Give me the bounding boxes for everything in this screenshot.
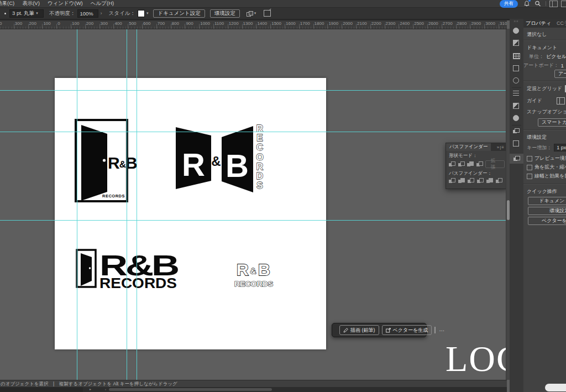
preferences-section-label: 環境設定 [527,134,566,141]
layers-icon[interactable] [510,154,523,164]
exclude-icon[interactable] [476,161,483,168]
quick-generate-vectors-button[interactable]: ベクターを生成 [528,217,566,225]
export-icon[interactable] [513,140,520,147]
generate-vectors-button[interactable]: ベクターを生成 [382,325,432,335]
logo4-letter-r: R [237,260,249,279]
logo4-letter-b: B [258,260,270,279]
transparency-icon[interactable] [513,103,520,109]
horizontal-guide[interactable] [0,90,506,91]
pathfinder-panel: パスファインダー »|≡ 形状モード： 拡張 パスファインダー： [446,143,507,189]
scale-corners-checkbox[interactable] [527,165,532,170]
intersect-icon[interactable] [467,161,474,168]
arrange-documents-icon[interactable] [247,11,253,16]
menu-item-effect[interactable]: 効果(C) [0,0,18,7]
scale-strokes-label: 線幅と効果を拡大・縮小 [534,173,566,180]
horizontal-scrollbar-thumb[interactable] [109,388,272,391]
chevron-down-icon[interactable]: ▾ [254,11,256,15]
quick-document-setup-button[interactable]: ドキュメント設定 [528,197,566,205]
logo-watermark[interactable]: LOGO [446,339,507,380]
menu-item-help[interactable]: ヘルプ(H) [87,0,118,7]
tab-cc-libraries[interactable]: CCライブラ [557,20,566,27]
stroke-icon[interactable] [513,91,520,97]
menu-item-view[interactable]: 表示(V) [18,0,44,7]
snap-options-label: スナップオプション [527,108,566,116]
panel-tabs: プロパティ CCライブラ 変形 [523,19,566,28]
expand-button[interactable]: 拡張 [485,160,505,168]
preview-bounds-label: プレビュー境界を使用 [534,155,566,162]
style-swatch[interactable] [138,10,145,17]
logo-double-doors[interactable]: R B & R E C O R D S [171,122,265,196]
divide-icon[interactable] [448,178,455,184]
scroll-left-icon[interactable]: ▸ [90,387,91,392]
color-icon[interactable] [513,28,520,34]
quick-preferences-button[interactable]: 環境設定 [528,207,566,215]
bell-icon[interactable] [523,1,530,7]
logo1-records: RECORDS [102,194,125,198]
door-knob [89,267,91,269]
share-document-icon[interactable] [264,10,271,17]
control-bar: 3 pt. 丸筆 ▾ 不透明度： 100% › スタイル： ▾ ドキュメント設定… [0,8,566,19]
artboard-select[interactable]: 1 [561,63,564,69]
outline-icon[interactable] [486,178,493,184]
horizontal-guide[interactable] [0,132,506,132]
horizontal-guide[interactable] [0,220,506,221]
trim-icon[interactable] [458,178,465,184]
preview-bounds-checkbox[interactable] [527,156,532,161]
key-increment-input[interactable]: 1 px [554,144,566,151]
opacity-expand-arrow[interactable]: › [101,11,102,16]
unit-select[interactable]: ピクセル [546,53,566,60]
symbols-icon[interactable] [513,77,520,84]
share-button[interactable]: 共有 [500,0,518,8]
vertical-guide[interactable] [77,29,77,380]
workspace-switch-icon[interactable] [561,1,566,7]
svg-text:R: R [256,123,263,134]
crop-icon[interactable] [476,178,484,184]
scale-corners-label: 角を拡大・縮小 [534,164,566,171]
unite-icon[interactable] [448,161,455,168]
vertical-guide[interactable] [127,29,127,380]
rulers-grid-label: 定規とグリッド [527,85,562,92]
vertical-guide[interactable] [137,29,137,380]
logo-outlined-small[interactable]: R & B RECORDS [232,255,275,290]
minus-back-icon[interactable] [495,178,502,184]
brush-select[interactable]: 3 pt. 丸筆 ▾ [9,9,44,18]
search-icon[interactable] [534,1,541,7]
chevron-down-icon[interactable]: ▾ [146,11,149,15]
workspace-layout-icon[interactable] [549,1,558,7]
logo4-records: RECORDS [234,280,273,288]
brushes-icon[interactable] [513,65,520,72]
minus-front-icon[interactable] [458,161,465,168]
panel-toggle-icon[interactable] [434,327,436,333]
preferences-button[interactable]: 環境設定 [210,9,240,18]
panel-icon-strip [510,19,524,392]
horizontal-ruler[interactable]: 4003002001000100200300400500600700800900… [0,20,507,29]
quick-actions-label: クイック操作 [527,188,566,195]
dock-grip[interactable] [514,20,519,22]
key-increment-label: キー増加： [527,144,552,151]
more-options-icon[interactable]: … [439,326,445,332]
guides-label: ガイド [527,97,542,104]
door-shape [81,253,92,286]
swatches-icon[interactable] [513,53,520,60]
gradient-icon[interactable] [513,40,520,46]
scale-strokes-checkbox[interactable] [527,174,532,179]
graphic-styles-icon[interactable] [513,128,520,135]
menu-bar: 効果(C) 表示(V) ウィンドウ(W) ヘルプ(H) 共有 [0,0,566,8]
appearance-icon[interactable] [513,115,520,122]
notification-pill[interactable] [545,384,566,391]
logo-horizontal-lockup[interactable]: R&B RECORDS [74,247,181,292]
document-setup-button[interactable]: ドキュメント設定 [153,9,205,18]
merge-icon[interactable] [467,178,474,184]
tab-properties[interactable]: プロパティ [526,20,551,27]
logo-door-framed[interactable]: R&B RECORDS [74,117,143,203]
contextual-task-bar: 描画 (鉛筆) ベクターを生成 … [332,323,427,337]
menu-item-window[interactable]: ウィンドウ(W) [44,0,87,7]
pathfinder-tab[interactable]: パスファインダー [446,143,491,151]
guides-toggle-icon[interactable] [557,97,565,104]
horizontal-scrollbar[interactable]: ▸ ‹ [0,387,507,392]
edit-artboards-button[interactable]: アートボード... [554,70,566,78]
smart-guides-button[interactable]: スマートガイドの... [538,118,566,127]
notification-dot [528,0,531,2]
draw-pencil-button[interactable]: 描画 (鉛筆) [339,325,379,335]
opacity-input[interactable]: 100% [77,9,98,18]
